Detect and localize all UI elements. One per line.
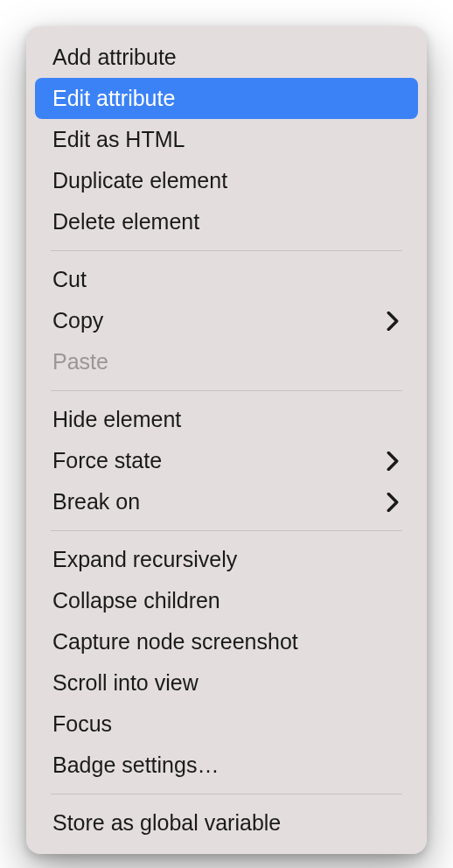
chevron-right-icon xyxy=(385,313,401,329)
menu-item-capture-node-screenshot[interactable]: Capture node screenshot xyxy=(35,621,418,662)
menu-item-label: Edit as HTML xyxy=(52,124,401,155)
menu-item-hide-element[interactable]: Hide element xyxy=(35,399,418,440)
menu-item-add-attribute[interactable]: Add attribute xyxy=(35,37,418,78)
menu-item-edit-as-html[interactable]: Edit as HTML xyxy=(35,119,418,160)
menu-item-label: Store as global variable xyxy=(52,808,401,838)
menu-item-label: Edit attribute xyxy=(52,83,401,114)
menu-item-label: Capture node screenshot xyxy=(52,626,401,657)
context-menu[interactable]: Add attributeEdit attributeEdit as HTMLD… xyxy=(26,26,427,854)
menu-item-label: Collapse children xyxy=(52,585,401,616)
menu-item-collapse-children[interactable]: Collapse children xyxy=(35,580,418,621)
menu-separator xyxy=(51,390,402,391)
menu-item-label: Copy xyxy=(52,305,385,336)
menu-item-label: Delete element xyxy=(52,206,401,237)
chevron-right-icon xyxy=(385,453,401,469)
menu-item-expand-recursively[interactable]: Expand recursively xyxy=(35,539,418,580)
menu-item-label: Scroll into view xyxy=(52,668,401,698)
chevron-right-icon xyxy=(385,494,401,510)
menu-item-store-as-global[interactable]: Store as global variable xyxy=(35,802,418,844)
menu-item-copy[interactable]: Copy xyxy=(35,300,418,341)
menu-item-label: Duplicate element xyxy=(52,165,401,196)
menu-item-label: Force state xyxy=(52,445,385,476)
menu-item-label: Badge settings… xyxy=(52,750,401,780)
menu-separator xyxy=(51,250,402,251)
menu-item-label: Cut xyxy=(52,264,401,295)
menu-item-force-state[interactable]: Force state xyxy=(35,440,418,481)
menu-item-label: Hide element xyxy=(52,404,401,435)
menu-item-label: Expand recursively xyxy=(52,544,401,575)
menu-item-label: Paste xyxy=(52,346,401,377)
menu-item-label: Break on xyxy=(52,486,385,517)
menu-separator xyxy=(51,530,402,531)
menu-item-break-on[interactable]: Break on xyxy=(35,481,418,522)
menu-item-edit-attribute[interactable]: Edit attribute xyxy=(35,78,418,119)
menu-item-paste: Paste xyxy=(35,341,418,382)
menu-item-scroll-into-view[interactable]: Scroll into view xyxy=(35,662,418,704)
menu-item-label: Focus xyxy=(52,709,401,739)
menu-separator xyxy=(51,794,402,794)
menu-item-badge-settings[interactable]: Badge settings… xyxy=(35,745,418,786)
menu-item-focus[interactable]: Focus xyxy=(35,704,418,745)
menu-item-delete-element[interactable]: Delete element xyxy=(35,201,418,242)
menu-item-label: Add attribute xyxy=(52,42,401,73)
menu-item-duplicate-element[interactable]: Duplicate element xyxy=(35,160,418,201)
menu-item-cut[interactable]: Cut xyxy=(35,259,418,300)
